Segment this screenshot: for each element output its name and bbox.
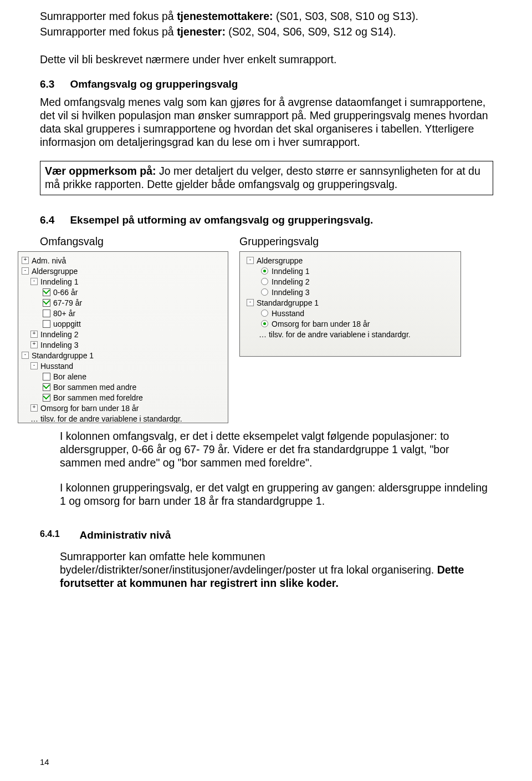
intro-line2: Sumrapporter med fokus på tjenester: (S0…: [40, 26, 493, 39]
tree-item-inndeling1[interactable]: - Inndeling 1: [22, 276, 224, 287]
radio-icon[interactable]: [261, 310, 268, 317]
section-6-4-1-body: Sumrapporter kan omfatte hele kommunen b…: [60, 550, 493, 590]
gtree-aldersgruppe[interactable]: - Aldersgruppe: [243, 255, 457, 266]
intro-line3: Dette vil bli beskrevet nærmere under hv…: [40, 53, 493, 67]
plus-icon[interactable]: +: [30, 404, 38, 412]
checkbox-icon[interactable]: [43, 288, 50, 296]
gtree-inndeling1[interactable]: Inndeling 1: [243, 266, 457, 276]
checkbox-icon[interactable]: [43, 299, 50, 307]
checkbox-icon[interactable]: [43, 373, 50, 381]
plus-icon[interactable]: +: [22, 257, 29, 264]
omfangsvalg-label: Omfangsvalg: [40, 235, 228, 248]
tree-item-bor-andre[interactable]: Bor sammen med andre: [22, 382, 224, 392]
tree-item-67-79[interactable]: 67-79 år: [22, 297, 224, 308]
heading-6-4-1: 6.4.1 Administrativ nivå: [40, 529, 493, 541]
tree-item-standardgruppe[interactable]: - Standardgruppe 1: [22, 350, 224, 361]
tree-item-80plus[interactable]: 80+ år: [22, 308, 224, 318]
checkbox-icon[interactable]: [43, 320, 50, 328]
radio-icon[interactable]: [261, 320, 268, 327]
minus-icon[interactable]: -: [30, 278, 38, 285]
tree-item-inndeling2[interactable]: + Inndeling 2: [22, 329, 224, 339]
gtree-footnote: … tilsv. for de andre variablene i stand…: [243, 329, 457, 339]
plus-icon[interactable]: +: [30, 341, 38, 348]
omfangsvalg-panel: + Adm. nivå - Aldersgruppe - Inndeling 1…: [18, 251, 228, 423]
minus-icon[interactable]: -: [22, 267, 29, 275]
tree-item-uoppgitt[interactable]: uoppgitt: [22, 318, 224, 329]
tree-item-adm[interactable]: + Adm. nivå: [22, 255, 224, 266]
minus-icon[interactable]: -: [247, 257, 254, 264]
minus-icon[interactable]: -: [22, 352, 29, 359]
heading-6-4: 6.4 Eksempel på utforming av omfangsvalg…: [40, 214, 493, 226]
grupperingsvalg-panel: - Aldersgruppe Inndeling 1 Inndeling 2 I: [239, 251, 461, 357]
page-number: 14: [40, 757, 49, 767]
checkbox-icon[interactable]: [43, 310, 50, 317]
gtree-omsorg[interactable]: Omsorg for barn under 18 år: [243, 318, 457, 329]
minus-icon[interactable]: -: [247, 299, 254, 306]
radio-icon[interactable]: [261, 288, 268, 296]
radio-icon[interactable]: [261, 267, 268, 275]
checkbox-icon[interactable]: [43, 394, 50, 402]
grupperingsvalg-label: Grupperingsvalg: [239, 235, 461, 248]
plus-icon[interactable]: +: [30, 331, 38, 338]
example-text-1: I kolonnen omfangsvalg, er det i dette e…: [60, 430, 493, 469]
tree-item-omsorg-barn[interactable]: + Omsorg for barn under 18 år: [22, 403, 224, 413]
minus-icon[interactable]: -: [30, 362, 38, 369]
section-6-3-body: Med omfangsvalg menes valg som kan gjøre…: [40, 96, 493, 149]
gtree-standardgruppe[interactable]: - Standardgruppe 1: [243, 297, 457, 308]
radio-icon[interactable]: [261, 278, 268, 285]
checkbox-icon[interactable]: [43, 383, 50, 391]
intro-line1: Sumrapporter med fokus på tjenestemottak…: [40, 10, 493, 23]
tree-item-inndeling3[interactable]: + Inndeling 3: [22, 339, 224, 350]
gtree-inndeling2[interactable]: Inndeling 2: [243, 276, 457, 287]
callout-box: Vær oppmerksom på: Jo mer detaljert du v…: [40, 161, 493, 195]
gtree-inndeling3[interactable]: Inndeling 3: [243, 287, 457, 297]
tree-item-aldersgruppe[interactable]: - Aldersgruppe: [22, 266, 224, 276]
example-text-2: I kolonnen grupperingsvalg, er det valgt…: [60, 481, 493, 508]
tree-item-husstand[interactable]: - Husstand: [22, 361, 224, 371]
tree-item-0-66[interactable]: 0-66 år: [22, 287, 224, 297]
gtree-husstand[interactable]: Husstand: [243, 308, 457, 318]
heading-6-3: 6.3 Omfangsvalg og grupperingsvalg: [40, 78, 493, 90]
tree-item-bor-alene[interactable]: Bor alene: [22, 371, 224, 382]
tree-item-bor-foreldre[interactable]: Bor sammen med foreldre: [22, 392, 224, 403]
tree-footnote-left: … tilsv. for de andre variablene i stand…: [22, 413, 224, 423]
